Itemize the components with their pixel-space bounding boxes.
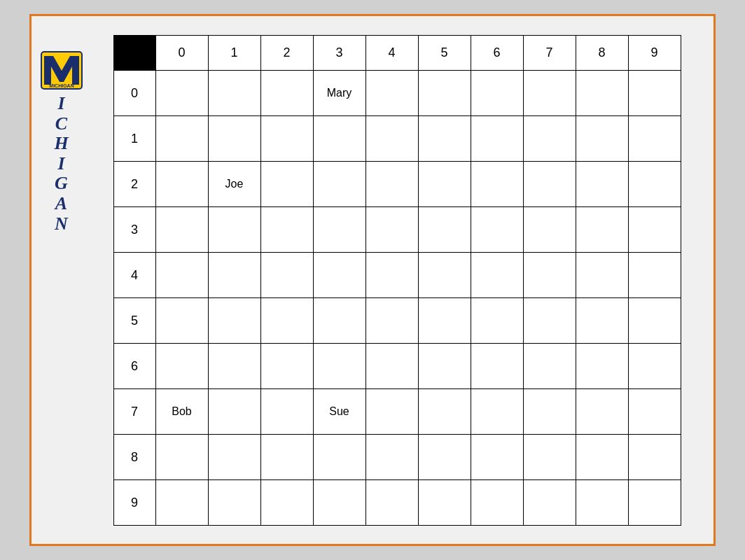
- cell-7-9[interactable]: [628, 389, 681, 435]
- cell-8-7[interactable]: [523, 435, 576, 480]
- cell-5-9[interactable]: [628, 298, 681, 344]
- cell-0-6[interactable]: [471, 71, 523, 116]
- cell-3-0[interactable]: [155, 207, 208, 253]
- cell-4-6[interactable]: [471, 253, 523, 298]
- cell-3-8[interactable]: [576, 207, 628, 253]
- cell-8-2[interactable]: [260, 435, 313, 480]
- cell-2-6[interactable]: [471, 162, 523, 207]
- cell-1-0[interactable]: [155, 116, 208, 162]
- cell-9-9[interactable]: [628, 480, 681, 526]
- cell-2-0[interactable]: [155, 162, 208, 207]
- cell-8-4[interactable]: [365, 435, 418, 480]
- cell-3-3[interactable]: [313, 207, 365, 253]
- cell-3-6[interactable]: [471, 207, 523, 253]
- cell-4-3[interactable]: [313, 253, 365, 298]
- cell-7-1[interactable]: [208, 389, 260, 435]
- cell-5-8[interactable]: [576, 298, 628, 344]
- cell-8-1[interactable]: [208, 435, 260, 480]
- cell-1-1[interactable]: [208, 116, 260, 162]
- cell-7-3[interactable]: Sue: [313, 389, 365, 435]
- cell-2-5[interactable]: [418, 162, 471, 207]
- cell-5-2[interactable]: [260, 298, 313, 344]
- cell-4-5[interactable]: [418, 253, 471, 298]
- cell-0-1[interactable]: [208, 71, 260, 116]
- cell-9-4[interactable]: [365, 480, 418, 526]
- cell-3-9[interactable]: [628, 207, 681, 253]
- cell-0-4[interactable]: [365, 71, 418, 116]
- cell-5-0[interactable]: [155, 298, 208, 344]
- cell-5-4[interactable]: [365, 298, 418, 344]
- cell-4-1[interactable]: [208, 253, 260, 298]
- cell-8-0[interactable]: [155, 435, 208, 480]
- cell-0-0[interactable]: [155, 71, 208, 116]
- cell-7-5[interactable]: [418, 389, 471, 435]
- cell-5-6[interactable]: [471, 298, 523, 344]
- cell-1-5[interactable]: [418, 116, 471, 162]
- cell-0-5[interactable]: [418, 71, 471, 116]
- cell-2-9[interactable]: [628, 162, 681, 207]
- cell-4-2[interactable]: [260, 253, 313, 298]
- cell-8-9[interactable]: [628, 435, 681, 480]
- cell-2-3[interactable]: [313, 162, 365, 207]
- cell-9-1[interactable]: [208, 480, 260, 526]
- cell-3-4[interactable]: [365, 207, 418, 253]
- cell-7-2[interactable]: [260, 389, 313, 435]
- cell-0-2[interactable]: [260, 71, 313, 116]
- cell-4-0[interactable]: [155, 253, 208, 298]
- cell-9-0[interactable]: [155, 480, 208, 526]
- cell-4-7[interactable]: [523, 253, 576, 298]
- cell-6-3[interactable]: [313, 344, 365, 389]
- cell-7-7[interactable]: [523, 389, 576, 435]
- cell-4-8[interactable]: [576, 253, 628, 298]
- cell-2-7[interactable]: [523, 162, 576, 207]
- cell-3-2[interactable]: [260, 207, 313, 253]
- cell-1-8[interactable]: [576, 116, 628, 162]
- cell-3-7[interactable]: [523, 207, 576, 253]
- cell-5-5[interactable]: [418, 298, 471, 344]
- cell-6-1[interactable]: [208, 344, 260, 389]
- cell-6-0[interactable]: [155, 344, 208, 389]
- cell-4-4[interactable]: [365, 253, 418, 298]
- cell-2-2[interactable]: [260, 162, 313, 207]
- cell-6-2[interactable]: [260, 344, 313, 389]
- cell-3-5[interactable]: [418, 207, 471, 253]
- cell-6-4[interactable]: [365, 344, 418, 389]
- cell-7-4[interactable]: [365, 389, 418, 435]
- cell-7-0[interactable]: Bob: [155, 389, 208, 435]
- cell-2-4[interactable]: [365, 162, 418, 207]
- cell-6-9[interactable]: [628, 344, 681, 389]
- cell-6-5[interactable]: [418, 344, 471, 389]
- cell-1-3[interactable]: [313, 116, 365, 162]
- cell-0-7[interactable]: [523, 71, 576, 116]
- cell-9-8[interactable]: [576, 480, 628, 526]
- cell-4-9[interactable]: [628, 253, 681, 298]
- cell-8-5[interactable]: [418, 435, 471, 480]
- cell-9-6[interactable]: [471, 480, 523, 526]
- cell-9-7[interactable]: [523, 480, 576, 526]
- cell-6-8[interactable]: [576, 344, 628, 389]
- cell-9-3[interactable]: [313, 480, 365, 526]
- cell-9-5[interactable]: [418, 480, 471, 526]
- cell-3-1[interactable]: [208, 207, 260, 253]
- cell-1-6[interactable]: [471, 116, 523, 162]
- cell-7-6[interactable]: [471, 389, 523, 435]
- cell-6-6[interactable]: [471, 344, 523, 389]
- cell-5-7[interactable]: [523, 298, 576, 344]
- cell-2-8[interactable]: [576, 162, 628, 207]
- cell-6-7[interactable]: [523, 344, 576, 389]
- cell-5-3[interactable]: [313, 298, 365, 344]
- cell-5-1[interactable]: [208, 298, 260, 344]
- cell-0-8[interactable]: [576, 71, 628, 116]
- cell-8-6[interactable]: [471, 435, 523, 480]
- cell-7-8[interactable]: [576, 389, 628, 435]
- cell-8-8[interactable]: [576, 435, 628, 480]
- cell-2-1[interactable]: Joe: [208, 162, 260, 207]
- cell-8-3[interactable]: [313, 435, 365, 480]
- cell-1-7[interactable]: [523, 116, 576, 162]
- cell-1-9[interactable]: [628, 116, 681, 162]
- cell-1-4[interactable]: [365, 116, 418, 162]
- cell-0-9[interactable]: [628, 71, 681, 116]
- cell-9-2[interactable]: [260, 480, 313, 526]
- cell-1-2[interactable]: [260, 116, 313, 162]
- cell-0-3[interactable]: Mary: [313, 71, 365, 116]
